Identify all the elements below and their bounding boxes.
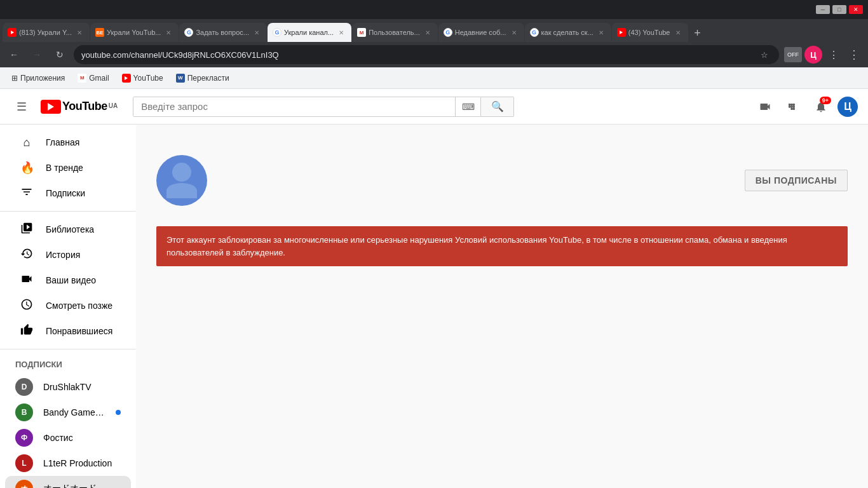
tab3-close-button[interactable]: ✕: [252, 27, 262, 37]
browser-tab-8[interactable]: (43) YouTube ✕: [612, 23, 688, 42]
apps-icon: ⊞: [11, 74, 18, 83]
tab4-favicon: G: [273, 28, 281, 37]
url-bar: youtube.com/channel/UCk9d8jRNLcO6XC06V1L…: [74, 45, 779, 64]
search-bar: ⌨: [133, 97, 481, 117]
bookmark-apps[interactable]: ⊞ Приложения: [8, 72, 69, 84]
browser-tab-7[interactable]: G как сделать ск... ✕: [525, 23, 611, 42]
play-triangle: [48, 103, 54, 111]
library-icon: [20, 222, 33, 238]
tab3-favicon: G: [184, 28, 193, 37]
sidebar-item-liked[interactable]: Понравившиеся: [5, 318, 131, 344]
bookmark-star-button[interactable]: ☆: [757, 48, 771, 62]
bookmark-gmail[interactable]: M Gmail: [74, 72, 112, 84]
browser-tab-4[interactable]: G Украли канал... ✕: [268, 23, 351, 42]
bookmark-apps-label: Приложения: [20, 74, 65, 83]
bandy-name: Bandy Gameplay: [43, 407, 105, 417]
sidebar-item-your-videos[interactable]: Ваши видео: [5, 268, 131, 293]
tab1-favicon: [8, 28, 17, 37]
apps-button[interactable]: [782, 95, 804, 118]
l1ter-avatar: L: [15, 454, 33, 472]
profile-avatar-button[interactable]: Ц: [804, 46, 822, 64]
tab7-close-button[interactable]: ✕: [596, 27, 606, 37]
browser-tab-3[interactable]: G Задать вопрос... ✕: [179, 23, 267, 42]
word-favicon: W: [176, 74, 185, 83]
sidebar-channel-odoad[interactable]: オ オードオード: [5, 476, 131, 488]
more-options-button[interactable]: ⋮: [845, 46, 863, 64]
sidebar-channel-l1ter[interactable]: L L1teR Production: [5, 451, 131, 476]
browser-tab-5[interactable]: M Пользователь... ✕: [352, 23, 438, 42]
avatar-head: [172, 163, 191, 182]
sidebar-channel-drushlak[interactable]: D DruShlakTV: [5, 374, 131, 400]
sidebar-item-subscriptions[interactable]: Подписки: [5, 180, 131, 206]
error-banner: Этот аккаунт заблокирован за многочислен…: [156, 226, 848, 266]
extensions-button[interactable]: ⋮: [825, 46, 843, 64]
drushlak-avatar: D: [15, 378, 33, 396]
user-avatar[interactable]: Ц: [837, 97, 858, 117]
bookmark-gmail-label: Gmail: [89, 74, 109, 83]
tab6-close-button[interactable]: ✕: [509, 27, 519, 37]
subscribe-button[interactable]: ВЫ ПОДПИСАНЫ: [745, 170, 848, 191]
sidebar-channel-fostis[interactable]: Ф Фостис: [5, 425, 131, 451]
reload-button[interactable]: ↻: [51, 46, 69, 64]
search-input[interactable]: [133, 97, 455, 116]
tab6-title: Недавние соб...: [455, 29, 506, 36]
youtube-favicon: [122, 74, 131, 83]
bookmark-youtube[interactable]: YouTube: [118, 72, 167, 84]
browser-tab-2[interactable]: BE Украли YouTub... ✕: [90, 23, 179, 42]
sidebar-library-label: Библиотека: [46, 224, 94, 234]
browser-window: ─ □ ✕ (813) Украли Y... ✕ BE Украли YouT…: [0, 0, 868, 488]
address-bar: ← → ↻ youtube.com/channel/UCk9d8jRNLcO6X…: [0, 42, 868, 67]
bookmarks-bar: ⊞ Приложения M Gmail YouTube W Перекласт…: [0, 67, 868, 89]
back-button[interactable]: ←: [5, 46, 23, 64]
browser-tab-1[interactable]: (813) Украли Y... ✕: [3, 23, 90, 42]
keyboard-button[interactable]: ⌨: [455, 97, 480, 117]
bandy-avatar: B: [15, 403, 33, 421]
tab1-close-button[interactable]: ✕: [74, 27, 85, 37]
notifications-button[interactable]: 9+: [810, 95, 832, 118]
tab3-title: Задать вопрос...: [196, 29, 249, 36]
browser-tab-6[interactable]: G Недавние соб... ✕: [438, 23, 524, 42]
bandy-notification-dot: [116, 410, 121, 415]
sidebar-item-library[interactable]: Библиотека: [5, 217, 131, 242]
upload-icon: [759, 100, 771, 113]
tab4-title: Украли канал...: [284, 29, 334, 36]
sidebar-section-library: Библиотека История Ваши видео: [0, 212, 136, 349]
extension-off-button[interactable]: OFF: [784, 47, 802, 62]
notifications-badge: 9+: [820, 97, 831, 104]
minimize-button[interactable]: ─: [816, 5, 830, 14]
new-tab-button[interactable]: +: [689, 24, 707, 42]
sidebar-item-home[interactable]: ⌂ Главная: [5, 130, 131, 155]
sidebar-item-trending[interactable]: 🔥 В тренде: [5, 155, 131, 180]
bookmark-translate-label: Перекласти: [187, 74, 229, 83]
youtube-header: ☰ YouTube UA ⌨ 🔍: [0, 89, 868, 125]
sidebar-section-subscriptions: ПОДПИСКИ D DruShlakTV B Bandy Gameplay Ф…: [0, 349, 136, 488]
url-text: youtube.com/channel/UCk9d8jRNLcO6XC06V1L…: [81, 50, 752, 60]
sidebar-item-history[interactable]: История: [5, 242, 131, 268]
tab2-close-button[interactable]: ✕: [163, 27, 173, 37]
channel-header: ВЫ ПОДПИСАНЫ: [156, 140, 848, 216]
menu-button[interactable]: ☰: [10, 95, 33, 118]
bookmark-youtube-label: YouTube: [133, 74, 163, 83]
close-button[interactable]: ✕: [849, 5, 863, 14]
tab2-favicon: BE: [95, 28, 104, 37]
bookmark-translate[interactable]: W Перекласти: [172, 72, 233, 84]
forward-button[interactable]: →: [28, 46, 46, 64]
tab5-title: Пользователь...: [369, 29, 420, 36]
youtube-logo-country: UA: [109, 102, 118, 109]
sidebar-item-watch-later[interactable]: Смотреть позже: [5, 293, 131, 318]
avatar-body: [166, 183, 197, 198]
url-icons: ☆: [757, 48, 771, 62]
tab4-close-button[interactable]: ✕: [336, 27, 346, 37]
tab5-close-button[interactable]: ✕: [423, 27, 433, 37]
sidebar-channel-bandy[interactable]: B Bandy Gameplay: [5, 400, 131, 425]
upload-button[interactable]: [754, 95, 776, 118]
youtube-logo[interactable]: YouTube UA: [41, 100, 118, 114]
header-right: 9+ Ц: [754, 95, 858, 118]
sidebar-history-label: История: [46, 250, 80, 260]
search-container: ⌨ 🔍: [133, 97, 514, 117]
tab2-title: Украли YouTub...: [107, 29, 161, 36]
search-button[interactable]: 🔍: [481, 97, 514, 117]
tab8-close-button[interactable]: ✕: [673, 27, 683, 37]
maximize-button[interactable]: □: [832, 5, 846, 14]
drushlak-name: DruShlakTV: [43, 382, 121, 392]
